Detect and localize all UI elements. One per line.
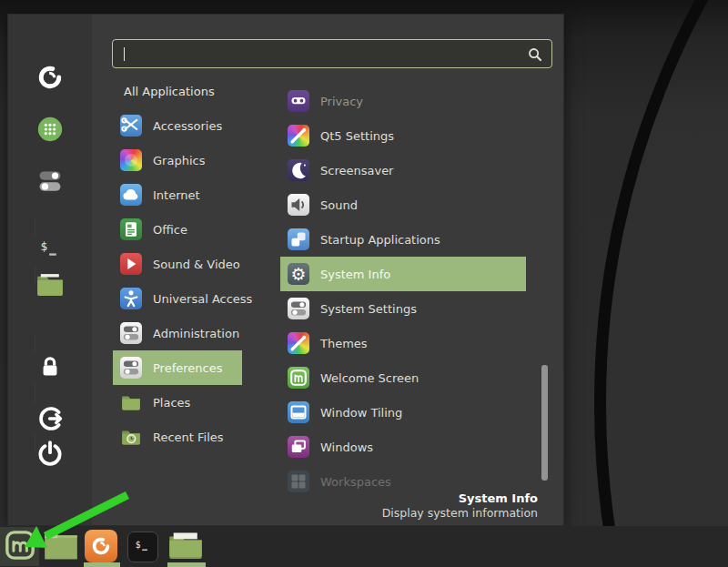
shutdown-button[interactable]: [35, 438, 66, 469]
search-box: [112, 39, 552, 68]
category-item[interactable]: Preferences: [113, 350, 242, 385]
files-folder-icon: [167, 531, 204, 563]
firefox-icon: [85, 530, 117, 562]
internet-icon: [120, 184, 142, 206]
apps-scrollbar[interactable]: [541, 365, 548, 481]
shutdown-icon: [35, 438, 66, 469]
app-item[interactable]: Window Tiling: [280, 395, 526, 430]
favorite-software-manager[interactable]: [35, 114, 66, 145]
svg-text:$: $: [135, 539, 140, 549]
category-item[interactable]: Graphics: [113, 143, 242, 177]
category-item[interactable]: Internet: [113, 177, 242, 212]
mint-logo-icon: [5, 530, 35, 564]
preferences-icon: [120, 357, 142, 379]
places-icon: [120, 391, 142, 413]
screensaver-icon: [288, 159, 309, 181]
startup-applications-icon: [288, 228, 309, 250]
windows-icon: [288, 436, 309, 458]
app-item[interactable]: ⚙System Info: [280, 257, 526, 291]
category-item[interactable]: Sound & Video: [113, 247, 242, 281]
qt5-settings-icon: [288, 125, 309, 147]
text-cursor: [124, 47, 125, 61]
favorite-terminal[interactable]: $: [35, 218, 66, 248]
app-item[interactable]: Qt5 Settings: [280, 118, 526, 153]
selected-app-description: Display system information: [382, 506, 538, 520]
sound-video-icon: [120, 253, 142, 275]
wallpaper-circle-arc: [594, 0, 728, 567]
show-desktop-button[interactable]: [42, 532, 80, 562]
app-item[interactable]: Startup Applications: [280, 222, 526, 257]
app-item[interactable]: Sound: [280, 187, 526, 222]
files-launcher[interactable]: [166, 531, 206, 562]
settings-icon: [35, 166, 66, 197]
app-item[interactable]: Windows: [280, 430, 526, 464]
terminal-icon: $: [127, 532, 158, 562]
terminal-launcher[interactable]: $: [126, 531, 158, 562]
desktop-window-icon: [44, 532, 78, 563]
category-item[interactable]: Places: [113, 385, 242, 420]
welcome-screen-icon: [288, 367, 309, 389]
system-info-icon: ⚙: [288, 263, 309, 285]
taskbar-panel: $: [0, 526, 728, 567]
app-menu-window: $ All ApplicationsAccessoriesGraphicsInt…: [7, 14, 564, 526]
lock-screen-button[interactable]: [35, 334, 66, 365]
sound-icon: [288, 194, 309, 216]
category-item[interactable]: Accessories: [113, 108, 242, 143]
workspaces-icon: [288, 471, 309, 492]
graphics-icon: [120, 149, 142, 171]
category-item[interactable]: Recent Files: [113, 420, 242, 454]
selected-app-title: System Info: [382, 491, 538, 505]
window-tiling-icon: [288, 401, 309, 423]
firefox-icon: [35, 62, 66, 93]
category-item[interactable]: Universal Access: [113, 281, 242, 316]
system-settings-icon: [288, 298, 309, 319]
search-icon: [527, 46, 543, 66]
app-item[interactable]: Screensaver: [280, 153, 526, 187]
favorite-firefox[interactable]: [35, 62, 66, 93]
themes-icon: [288, 332, 309, 354]
privacy-icon: [288, 90, 309, 112]
app-item[interactable]: Privacy: [280, 84, 526, 118]
category-item[interactable]: Administration: [113, 316, 242, 350]
category-item[interactable]: Office: [113, 212, 242, 247]
selected-app-info: System Info Display system information: [382, 491, 538, 520]
accessories-icon: [120, 115, 142, 137]
logout-button[interactable]: [35, 386, 66, 417]
svg-text:⚙: ⚙: [291, 265, 307, 284]
running-indicator-files: [167, 562, 206, 567]
files-icon: [35, 269, 66, 300]
category-item[interactable]: All Applications: [113, 74, 242, 108]
firefox-launcher[interactable]: [84, 530, 118, 562]
menu-button[interactable]: [0, 527, 39, 566]
favorites-sidebar: $: [8, 15, 92, 525]
software-manager-icon: [35, 114, 66, 145]
running-indicator-firefox: [84, 562, 120, 567]
administration-icon: [120, 322, 142, 344]
application-list: PrivacyQt5 SettingsScreensaverSoundStart…: [280, 84, 526, 499]
category-list: All ApplicationsAccessoriesGraphicsInter…: [113, 74, 242, 454]
recent-files-icon: [120, 426, 142, 448]
office-icon: [120, 218, 142, 240]
search-input[interactable]: [113, 40, 551, 67]
svg-text:$: $: [40, 239, 47, 253]
universal-access-icon: [120, 288, 142, 309]
app-item[interactable]: Welcome Screen: [280, 360, 526, 395]
app-item[interactable]: System Settings: [280, 291, 526, 326]
favorite-system-settings[interactable]: [35, 166, 66, 197]
app-item[interactable]: Themes: [280, 326, 526, 360]
favorite-files[interactable]: [35, 269, 66, 300]
